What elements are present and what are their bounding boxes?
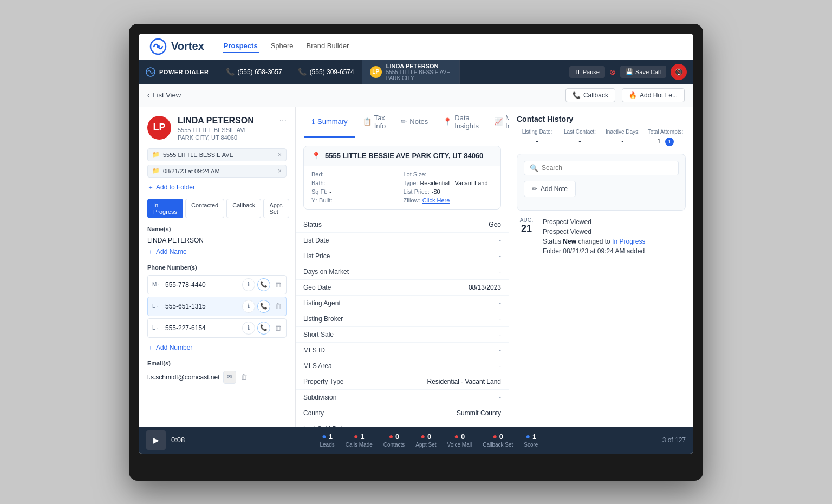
- add-note-button[interactable]: ✏ Add Note: [524, 181, 576, 197]
- tab-market-insights[interactable]: 📈 Market Insights: [486, 107, 509, 138]
- table-row: Subdivision -: [296, 390, 509, 405]
- phone-delete-3[interactable]: 🗑: [275, 324, 282, 332]
- email-section-label: Email(s): [147, 360, 287, 366]
- activity-day: 21: [517, 223, 536, 235]
- phone-info-btn-2[interactable]: ℹ: [242, 300, 255, 313]
- inactive-days-value: -: [602, 137, 643, 145]
- cancel-icon[interactable]: ⊗: [609, 68, 616, 76]
- row-key: List Price: [303, 252, 330, 260]
- history-inactive-days: Inactive Days: -: [602, 129, 643, 146]
- table-row: Last Sold Date -: [296, 421, 509, 427]
- pd-phone2[interactable]: 📞 (555) 309-6574: [290, 60, 362, 84]
- contact-name: LINDA PETERSON: [178, 116, 273, 126]
- nav-prospects[interactable]: Prospects: [223, 40, 259, 53]
- pause-icon: ⏸: [575, 69, 581, 75]
- top-nav: Vortex Prospects Sphere Brand Builder: [139, 34, 693, 60]
- email-delete-1[interactable]: 🗑: [240, 373, 248, 381]
- add-number-icon: ＋: [147, 343, 154, 352]
- row-value: Summit County: [457, 409, 501, 417]
- prop-lotsize-label: Lot Size:: [404, 171, 427, 178]
- bb-stat-item: ● 0 Appt Set: [415, 432, 436, 448]
- prop-bed-label: Bed:: [311, 171, 324, 178]
- note-edit-icon: ✏: [532, 185, 537, 193]
- activity-date-header: Aug. 21 Prospect Viewed Prospect Viewed …: [517, 217, 686, 256]
- logo: Vortex: [150, 38, 204, 55]
- folder-date-icon: 📁: [152, 167, 160, 174]
- contact-name-area: LINDA PETERSON 5555 LITTLE BESSIE AVE PA…: [178, 116, 273, 141]
- phone-info-btn-3[interactable]: ℹ: [242, 322, 255, 335]
- tab-notes-label: Notes: [410, 117, 428, 126]
- prop-listprice: List Price: -$0: [404, 188, 493, 195]
- back-button[interactable]: ‹ List View: [147, 91, 181, 99]
- phone1-icon: 📞: [226, 68, 235, 76]
- phone-delete-1[interactable]: 🗑: [275, 280, 282, 289]
- prop-lotsize: Lot Size: -: [404, 171, 493, 178]
- zillow-link[interactable]: Click Here: [422, 197, 450, 204]
- pause-button[interactable]: ⏸ Pause: [569, 66, 605, 78]
- bb-stat-num: 1: [360, 433, 364, 441]
- pd-phone1[interactable]: 📞 (555) 658-3657: [218, 60, 290, 84]
- activity-entry-3: Status New changed to In Progress: [543, 237, 686, 246]
- callback-button[interactable]: 📞 Callback: [566, 88, 615, 102]
- save-call-button[interactable]: 💾 Save Call: [620, 66, 666, 78]
- prop-sqft-label: Sq Ft:: [311, 188, 327, 195]
- add-hot-button[interactable]: 🔥 Add Hot Le...: [622, 88, 685, 102]
- bb-stat-row: ● 1: [322, 432, 333, 441]
- add-folder-icon: ＋: [147, 183, 154, 192]
- bb-stat-num: 0: [461, 433, 465, 441]
- status-tab-callback[interactable]: Callback: [226, 199, 261, 218]
- prop-listprice-label: List Price:: [404, 188, 430, 195]
- add-name-button[interactable]: ＋ Add Name: [147, 247, 287, 257]
- phone-call-btn-2[interactable]: 📞: [257, 300, 270, 313]
- activity-month: Aug.: [517, 217, 536, 223]
- email-send-btn[interactable]: ✉: [223, 371, 236, 384]
- bb-stat-label: Calls Made: [346, 442, 373, 448]
- row-value: -: [499, 394, 501, 401]
- phone-call-btn-3[interactable]: 📞: [257, 322, 270, 335]
- tab-market-label: Market Insights: [505, 114, 509, 130]
- phone-row-2: L · 555-651-1315 ℹ 📞 🗑: [147, 297, 287, 316]
- nav-brand-builder[interactable]: Brand Builder: [306, 40, 350, 53]
- nav-sphere[interactable]: Sphere: [270, 40, 295, 53]
- phone-call-btn-1[interactable]: 📞: [257, 278, 270, 291]
- phone-list: M · 555-778-4440 ℹ 📞 🗑 L · 555-651-1315 …: [147, 275, 287, 338]
- tab-data-insights[interactable]: 📍 Data Insights: [435, 107, 486, 138]
- table-row: County Summit County: [296, 405, 509, 421]
- bb-stat-row: ● 0: [454, 432, 465, 441]
- prop-zillow-label: Zillow:: [404, 197, 420, 204]
- email-list: l.s.schmidt@comcast.net ✉ 🗑: [147, 371, 287, 384]
- property-card-header: 📍 5555 LITTLE BESSIE AVE PARK CITY, UT 8…: [304, 146, 500, 166]
- status-tab-contacted[interactable]: Contacted: [185, 199, 224, 218]
- more-options-button[interactable]: ···: [280, 116, 287, 126]
- add-number-button[interactable]: ＋ Add Number: [147, 343, 287, 352]
- add-to-folder-button[interactable]: ＋ Add to Folder: [147, 183, 287, 192]
- phone-delete-2[interactable]: 🗑: [275, 302, 282, 310]
- phone-info-btn-1[interactable]: ℹ: [242, 278, 255, 291]
- search-input[interactable]: [542, 164, 673, 172]
- email-address-1: l.s.schmidt@comcast.net: [147, 374, 220, 381]
- status-tab-in-progress[interactable]: In Progress: [147, 199, 183, 218]
- add-folder-label: Add to Folder: [156, 184, 195, 191]
- tab-notes[interactable]: ✏ Notes: [393, 107, 435, 138]
- row-value: -: [499, 346, 501, 354]
- row-value: -: [499, 299, 501, 307]
- status-tab-appt-set[interactable]: Appt. Set: [263, 199, 289, 218]
- play-button[interactable]: ▶: [146, 430, 166, 450]
- folder-tag-date-close[interactable]: ×: [278, 167, 282, 175]
- secondary-actions: 📞 Callback 🔥 Add Hot Le...: [566, 88, 685, 102]
- inactive-days-label: Inactive Days:: [602, 129, 643, 135]
- end-call-button[interactable]: 📵: [671, 64, 687, 80]
- row-key: List Date: [303, 237, 329, 244]
- pd-logo-section: POWER DIALER: [145, 67, 218, 77]
- row-key: Property Type: [303, 378, 343, 385]
- folder-tag-address-close[interactable]: ×: [278, 151, 282, 159]
- tab-tax-info[interactable]: 📋 Tax Info: [355, 107, 394, 138]
- bb-stat-label: Leads: [320, 442, 334, 448]
- row-key: Short Sale: [303, 331, 334, 338]
- row-value: -: [499, 315, 501, 323]
- row-key: County: [303, 409, 324, 417]
- row-key: Last Sold Date: [303, 425, 346, 427]
- pd-contact-icon: LP: [370, 66, 382, 78]
- tab-summary[interactable]: ℹ Summary: [304, 107, 355, 138]
- contact-city-state: PARK CITY, UT 84060: [178, 134, 273, 141]
